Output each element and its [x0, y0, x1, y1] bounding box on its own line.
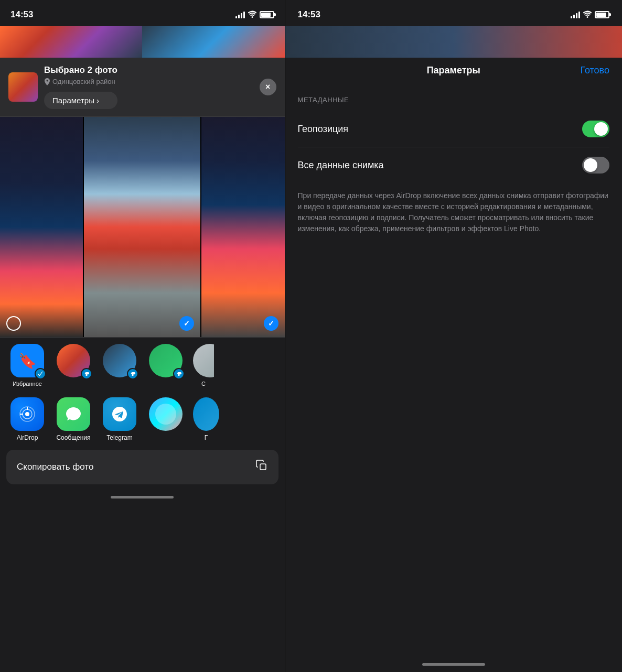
contact-badge-2 [127, 368, 138, 380]
location-text: Одинцовский район [52, 78, 115, 85]
right-signal-bars-icon [571, 11, 580, 18]
app-item-airdrop[interactable]: AirDrop [8, 397, 46, 441]
toggle-geoposition-knob [594, 122, 608, 136]
left-status-bar: 14:53 [0, 0, 285, 26]
share-title: Выбрано 2 фото [44, 65, 117, 75]
contact-item-3[interactable] [147, 344, 185, 387]
svg-point-2 [25, 412, 29, 416]
contact-item-1[interactable] [55, 344, 92, 387]
left-scroll-indicator [111, 496, 174, 498]
toggle-geoposition[interactable] [582, 121, 609, 137]
app-item-blob1[interactable] [147, 397, 185, 441]
top-strip-left [0, 26, 142, 58]
params-content: МЕТАДАННЫЕ Геопозиция Все данные снимка … [285, 83, 622, 656]
share-header: Выбрано 2 фото Одинцовский район Парамет… [0, 58, 285, 117]
share-info: Выбрано 2 фото Одинцовский район Парамет… [44, 65, 117, 109]
share-header-left: Выбрано 2 фото Одинцовский район Парамет… [8, 65, 117, 109]
contact-item-2[interactable] [101, 344, 138, 387]
contacts-row: 🔖 Избранное [0, 338, 285, 393]
right-status-icons [571, 10, 609, 19]
top-strip-right [142, 26, 284, 58]
select-check-3[interactable]: ✓ [264, 316, 278, 331]
messages-label: Сообщения [56, 434, 90, 441]
app-item-blob2[interactable]: Г [193, 397, 219, 441]
photo-cell-1[interactable] [0, 117, 83, 337]
share-location: Одинцовский район [44, 78, 117, 85]
right-wifi-icon [583, 10, 592, 19]
blob2-icon [193, 397, 219, 431]
toggle-alldata-description: При передаче данных через AirDrop включе… [298, 190, 609, 245]
photo-cell-2[interactable]: ✓ [84, 117, 200, 337]
close-button[interactable]: × [260, 79, 276, 95]
telegram-icon [103, 397, 136, 431]
copy-label: Скопировать фото [17, 462, 93, 472]
contacts-row-section: 🔖 Избранное [0, 337, 285, 393]
toggle-label-geoposition: Геопозиция [298, 124, 349, 135]
photo-cell-3[interactable]: ✓ [201, 117, 284, 337]
select-circle-1[interactable] [6, 316, 21, 331]
contact-avatar-4 [193, 344, 214, 377]
right-panel: 14:53 Параметры Готово МЕТАДАН [285, 0, 622, 672]
svg-rect-5 [260, 464, 266, 470]
toggle-row-geoposition: Геопозиция [298, 111, 609, 147]
right-battery-icon [595, 11, 609, 18]
messages-icon [57, 397, 90, 431]
blob1-icon [149, 397, 183, 431]
airdrop-icon [10, 397, 44, 431]
toggle-alldata-knob [584, 158, 597, 172]
blob2-label: Г [205, 434, 208, 441]
battery-icon [260, 11, 274, 18]
left-bottom-area [0, 489, 285, 672]
right-top-strip [285, 26, 622, 58]
nav-title: Параметры [427, 65, 480, 76]
toggle-label-alldata: Все данные снимка [298, 160, 384, 171]
copy-icon [255, 459, 268, 475]
app-item-telegram[interactable]: Telegram [101, 397, 138, 441]
copy-row[interactable]: Скопировать фото [6, 450, 278, 484]
contact-badge-3 [173, 368, 185, 380]
contact-item-4[interactable]: С [193, 344, 214, 387]
select-check-2[interactable]: ✓ [179, 316, 194, 331]
favorites-label: Избранное [13, 381, 42, 387]
top-image-strip [0, 26, 285, 58]
contact-label-4: С [201, 381, 206, 387]
app-row: AirDrop Сообщения Telegram [0, 393, 285, 448]
share-thumbnail [8, 72, 38, 102]
app-item-messages[interactable]: Сообщения [55, 397, 92, 441]
photo-grid: ✓ ✓ [0, 117, 285, 337]
right-status-bar: 14:53 [285, 0, 622, 26]
right-scroll-indicator [422, 663, 485, 666]
left-panel: 14:53 Выбрано 2 ф [0, 0, 285, 672]
toggle-alldata[interactable] [582, 157, 609, 174]
toggle-row-alldata: Все данные снимка [298, 147, 609, 183]
airdrop-label: AirDrop [17, 434, 38, 441]
left-time: 14:53 [10, 9, 33, 20]
right-bottom-area [285, 656, 622, 672]
right-time: 14:53 [298, 9, 320, 20]
wifi-icon [248, 10, 256, 19]
location-icon [44, 78, 50, 85]
done-button[interactable]: Готово [580, 65, 609, 76]
contact-badge-1 [81, 368, 92, 380]
nav-bar: Параметры Готово [285, 58, 622, 83]
favorites-item[interactable]: 🔖 Избранное [8, 344, 46, 387]
left-status-icons [235, 10, 274, 19]
section-label-metadata: МЕТАДАННЫЕ [298, 96, 609, 104]
favorites-badge [35, 368, 46, 380]
telegram-label: Telegram [106, 434, 132, 441]
params-button[interactable]: Параметры › [44, 92, 117, 109]
signal-bars-icon [235, 11, 245, 18]
